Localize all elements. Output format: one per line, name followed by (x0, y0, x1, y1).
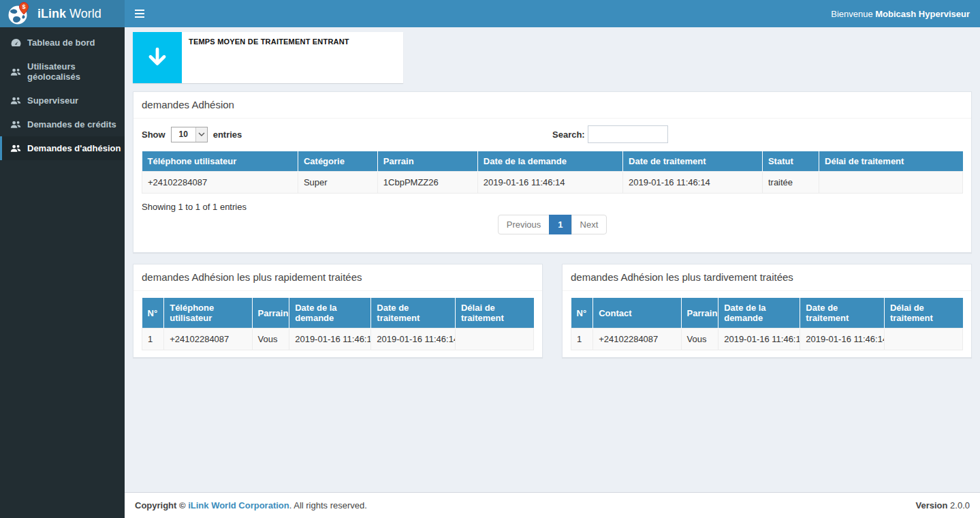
globe-pin-logo-icon: $ (7, 1, 31, 27)
panel-header: demandes Adhésion les plus tardivement t… (563, 264, 971, 291)
column-header[interactable]: Statut (762, 151, 819, 172)
navbar: Bienvenue Mobicash Hyperviseur (125, 0, 980, 27)
column-header[interactable]: Parrain (681, 298, 718, 329)
panel-rapidement-traitees: demandes Adhésion les plus rapidement tr… (133, 264, 543, 358)
sidebar-item-superviseur[interactable]: Superviseur (0, 89, 125, 112)
sidebar-item-label: Demandes d'adhésion (27, 143, 121, 153)
search-input[interactable] (588, 125, 668, 143)
demandes-adhesion-table: Téléphone utilisateurCatégorieParrainDat… (142, 151, 963, 194)
table-cell: 2019-01-16 11:46:14 (800, 329, 885, 350)
column-header[interactable]: Délai de traitement (884, 298, 962, 329)
brand-logo[interactable]: $ iLink World (0, 0, 125, 27)
page-1-button[interactable]: 1 (549, 215, 571, 234)
info-box-temps-moyen: TEMPS MOYEN DE TRAITEMENT ENTRANT (133, 32, 403, 83)
table-cell: +24102284087 (142, 172, 298, 194)
version-text: Version 2.0.0 (916, 500, 970, 511)
showing-entries-text: Showing 1 to 1 of 1 entries (142, 202, 963, 212)
table-cell: 2019-01-16 11:46:14 (623, 172, 763, 194)
table-row: 1+24102284087Vous2019-01-16 11:46:142019… (571, 329, 963, 350)
rapidement-traitees-table: N°Téléphone utilisateurParrainDate de la… (142, 298, 534, 350)
column-header[interactable]: Parrain (252, 298, 289, 329)
panel-header: demandes Adhésion les plus rapidement tr… (133, 264, 542, 291)
show-label: Show (142, 130, 165, 140)
next-page-button[interactable]: Next (571, 215, 607, 234)
dashboard-icon (10, 38, 21, 47)
table-cell: Super (298, 172, 377, 194)
users-icon (10, 120, 21, 129)
users-icon (10, 67, 21, 76)
table-header-row: N°ContactParrainDate de la demandeDate d… (571, 298, 963, 329)
search-control: Search: (552, 125, 963, 143)
sidebar-item-label: Utilisateurs géolocalisés (27, 61, 121, 82)
panel-title: demandes Adhésion les plus rapidement tr… (142, 271, 362, 283)
table-cell: Vous (681, 329, 718, 350)
column-header[interactable]: Téléphone utilisateur (142, 151, 298, 172)
footer: Copyright © iLink World Corporation. All… (125, 492, 980, 518)
tardivement-traitees-table: N°ContactParrainDate de la demandeDate d… (571, 298, 963, 350)
sidebar-item-demandes-adhesion[interactable]: Demandes d'adhésion (0, 136, 125, 160)
copyright-text: Copyright © iLink World Corporation. All… (135, 500, 367, 511)
panel-header: demandes Adhésion (133, 92, 971, 119)
info-box-title: TEMPS MOYEN DE TRAITEMENT ENTRANT (189, 37, 349, 46)
column-header[interactable]: Délai de traitement (455, 298, 533, 329)
table-header-row: N°Téléphone utilisateurParrainDate de la… (142, 298, 534, 329)
table-cell (455, 329, 533, 350)
panel-title: demandes Adhésion les plus tardivement t… (571, 271, 793, 283)
table-row: 1+24102284087Vous2019-01-16 11:46:142019… (142, 329, 534, 350)
content-area: TEMPS MOYEN DE TRAITEMENT ENTRANT demand… (125, 27, 980, 492)
users-icon (10, 144, 21, 153)
search-label: Search: (552, 130, 585, 140)
table-cell (819, 172, 963, 194)
sidebar-item-label: Superviseur (27, 95, 78, 106)
entries-label: entries (213, 130, 242, 140)
column-header[interactable]: Date de traitement (623, 151, 763, 172)
previous-page-button[interactable]: Previous (498, 215, 550, 234)
panel-tardivement-traitees: demandes Adhésion les plus tardivement t… (562, 264, 972, 358)
sidebar: Tableau de bord Utilisateurs géolocalisé… (0, 27, 125, 518)
sidebar-item-utilisateurs-geolocalises[interactable]: Utilisateurs géolocalisés (0, 55, 125, 89)
column-header[interactable]: Date de la demande (477, 151, 622, 172)
panel-demandes-adhesion: demandes Adhésion Show 10 entries (133, 91, 972, 253)
column-header[interactable]: N° (142, 298, 164, 329)
column-header[interactable]: N° (571, 298, 593, 329)
arrow-down-icon (133, 32, 182, 83)
table-cell: 1 (571, 329, 593, 350)
column-header[interactable]: Date de la demande (289, 298, 371, 329)
column-header[interactable]: Contact (593, 298, 681, 329)
welcome-text: Bienvenue Mobicash Hyperviseur (831, 9, 980, 19)
column-header[interactable]: Date de la demande (718, 298, 800, 329)
table-cell: traitée (762, 172, 819, 194)
column-header[interactable]: Délai de traitement (819, 151, 963, 172)
column-header[interactable]: Téléphone utilisateur (164, 298, 252, 329)
chevron-down-icon (195, 127, 207, 142)
table-cell: 1 (142, 329, 164, 350)
sidebar-item-demandes-de-credits[interactable]: Demandes de crédits (0, 112, 125, 136)
table-cell: +24102284087 (593, 329, 681, 350)
table-row: +24102284087Super1CbpPMZZ262019-01-16 11… (142, 172, 963, 194)
top-navbar: $ iLink World Bienvenue Mobicash Hypervi… (0, 0, 980, 27)
table-cell: Vous (252, 329, 289, 350)
brand-title: iLink World (37, 7, 101, 21)
svg-text:$: $ (22, 3, 25, 10)
sidebar-item-label: Demandes de crédits (27, 119, 116, 130)
table-cell: 2019-01-16 11:46:14 (289, 329, 371, 350)
panel-title: demandes Adhésion (142, 99, 234, 110)
table-cell: 2019-01-16 11:46:14 (477, 172, 622, 194)
users-icon (10, 96, 21, 105)
column-header[interactable]: Catégorie (298, 151, 377, 172)
column-header[interactable]: Parrain (377, 151, 477, 172)
table-cell: 2019-01-16 11:46:14 (718, 329, 800, 350)
column-header[interactable]: Date de traitement (800, 298, 885, 329)
company-link[interactable]: iLink World Corporation (188, 500, 289, 511)
column-header[interactable]: Date de traitement (371, 298, 456, 329)
sidebar-item-tableau-de-bord[interactable]: Tableau de bord (0, 31, 125, 55)
sidebar-toggle-button[interactable] (125, 0, 155, 27)
pagination: Previous 1 Next (142, 215, 963, 234)
page-length-control: Show 10 entries (142, 127, 552, 142)
table-cell: +24102284087 (164, 329, 252, 350)
page-length-select[interactable]: 10 (171, 127, 208, 142)
table-cell (884, 329, 962, 350)
table-cell: 2019-01-16 11:46:14 (371, 329, 456, 350)
table-header-row: Téléphone utilisateurCatégorieParrainDat… (142, 151, 963, 172)
table-cell: 1CbpPMZZ26 (377, 172, 477, 194)
